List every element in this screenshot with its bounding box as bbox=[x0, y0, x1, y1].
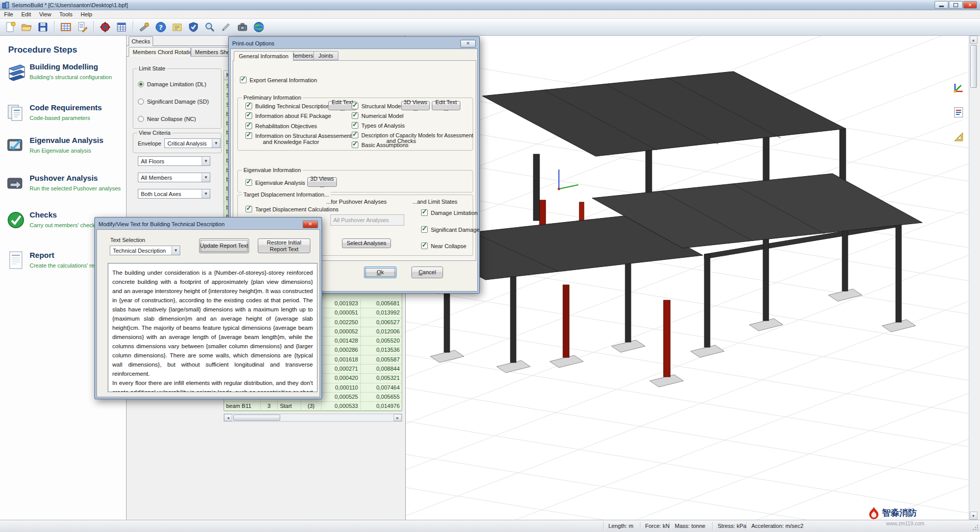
table-horizontal-scrollbar[interactable]: ◄ ► bbox=[224, 414, 402, 422]
ok-button[interactable]: Ok bbox=[364, 267, 397, 278]
radio-near-collapse[interactable]: Near Collapse (NC) bbox=[138, 116, 196, 122]
floors-combo[interactable]: All Floors ▼ bbox=[138, 156, 210, 166]
status-acceleration: Acceleration: m/sec2 bbox=[751, 523, 803, 529]
significant-damage-checkbox[interactable]: ✓Significant Damage bbox=[421, 226, 479, 233]
eigenvalue-3d-views-button[interactable]: 3D Views ... bbox=[307, 177, 337, 187]
dialog-title: Modify/View Text for Building Technical … bbox=[99, 221, 225, 227]
snapshot-button[interactable] bbox=[235, 20, 250, 34]
output-list-button[interactable] bbox=[951, 105, 966, 119]
scroll-down-icon[interactable]: ▼ bbox=[970, 512, 977, 520]
damage-limitation-checkbox[interactable]: ✓Damage Limitation bbox=[421, 209, 478, 216]
open-file-button[interactable] bbox=[19, 20, 34, 34]
edit-text-button-2[interactable]: Edit Text ... bbox=[432, 101, 460, 110]
radio-damage-limitation[interactable]: Damage Limitation (DL) bbox=[138, 81, 206, 87]
model-3d-view[interactable] bbox=[406, 36, 969, 520]
building-modeller-button[interactable] bbox=[59, 20, 73, 34]
scroll-up-icon[interactable]: ▲ bbox=[970, 36, 977, 44]
scroll-thumb[interactable] bbox=[233, 415, 280, 421]
cancel-button[interactable]: Cancel bbox=[411, 267, 443, 278]
basic-assumptions-checkbox[interactable]: ✓Basic Assumptions bbox=[352, 141, 408, 148]
output-list-icon bbox=[952, 106, 965, 118]
cell-capacity: 0,005520 bbox=[361, 336, 402, 345]
table-row[interactable]: beam B113Start(3)0,0005330,014976 bbox=[224, 402, 402, 411]
rehabilitation-objectives-checkbox[interactable]: ✓Rehabilitation Objectives bbox=[246, 123, 317, 129]
cell-capacity: 0,014976 bbox=[361, 402, 402, 410]
export-general-checkbox[interactable]: ✓Export General Information bbox=[240, 77, 317, 83]
update-report-text-button[interactable]: Update Report Text bbox=[199, 238, 249, 253]
eigenvalue-analysis-icon bbox=[5, 135, 27, 156]
minimize-button[interactable] bbox=[935, 1, 948, 9]
building-technical-description-checkbox[interactable]: ✓Building Technical Description bbox=[246, 103, 330, 109]
menu-help[interactable]: Help bbox=[77, 11, 96, 18]
sidebar-item-code-requirements[interactable]: Code Requirements Code-based parameters bbox=[0, 102, 127, 132]
dialog-titlebar[interactable]: Modify/View Text for Building Technical … bbox=[96, 219, 320, 229]
status-mass: Mass: tonne bbox=[675, 523, 705, 529]
structural-model-checkbox[interactable]: ✓Structural Model bbox=[352, 103, 402, 109]
titlebar[interactable]: SeismoBuild * [C:\Users\santon\Desktop\1… bbox=[0, 0, 980, 10]
notes-button[interactable] bbox=[170, 20, 184, 34]
eigenvalue-analysis-checkbox[interactable]: ✓Eigenvalue Analysis bbox=[246, 179, 305, 186]
maximize-button[interactable] bbox=[949, 1, 963, 9]
menu-tools[interactable]: Tools bbox=[55, 11, 77, 18]
menu-edit[interactable]: Edit bbox=[17, 11, 35, 18]
zoom-button[interactable] bbox=[203, 20, 217, 34]
code-requirements-button[interactable] bbox=[75, 20, 89, 34]
cell-demand: 0,001428 bbox=[322, 336, 361, 345]
view-vertical-scrollbar[interactable]: ▲ ▼ bbox=[969, 36, 977, 520]
near-collapse-checkbox[interactable]: ✓Near Collapse bbox=[421, 243, 467, 249]
web-button[interactable] bbox=[252, 20, 266, 34]
tab-checks[interactable]: Checks bbox=[129, 36, 153, 46]
status-force: Force: kN bbox=[645, 523, 670, 529]
axes-combo[interactable]: Both Local Axes ▼ bbox=[138, 189, 210, 199]
text-selection-combo[interactable]: Technical Description ▼ bbox=[110, 246, 180, 255]
result-tables-button[interactable] bbox=[114, 20, 129, 34]
report-text-area[interactable]: The building under consideration is a {N… bbox=[108, 263, 317, 392]
sidebar-item-label: Checks bbox=[30, 210, 57, 219]
fe-package-checkbox[interactable]: ✓Information about FE Package bbox=[246, 112, 331, 119]
members-combo[interactable]: All Members ▼ bbox=[138, 173, 210, 182]
save-button[interactable] bbox=[36, 20, 50, 34]
sidebar-item-eigenvalue-analysis[interactable]: Eigenvalue Analysis Run Eigenvalue analy… bbox=[0, 135, 127, 164]
dialog-close-button[interactable]: ✕ bbox=[303, 221, 318, 228]
tools-button[interactable] bbox=[137, 20, 152, 34]
combo-value: Technical Description bbox=[110, 248, 172, 254]
analysis-combo[interactable]: Critical Analysis ▼ bbox=[164, 138, 220, 148]
close-button[interactable]: ✕ bbox=[963, 1, 977, 9]
scroll-left-icon[interactable]: ◄ bbox=[224, 414, 232, 421]
run-analysis-button[interactable] bbox=[98, 20, 112, 34]
help-button[interactable]: ? bbox=[154, 20, 168, 34]
measure-button[interactable] bbox=[951, 130, 966, 144]
check-mark: ✓ bbox=[422, 241, 427, 249]
dialog-close-button[interactable]: ✕ bbox=[460, 40, 476, 47]
pushover-analyses-field[interactable]: All Pushover Analyses bbox=[330, 214, 404, 226]
checkbox-label: Target Displacement Calculations bbox=[255, 206, 338, 212]
tab-joints[interactable]: Joints bbox=[313, 51, 338, 60]
close-icon: ✕ bbox=[466, 41, 470, 46]
tab-members-chord-rotations[interactable]: Members Chord Rotations bbox=[129, 47, 191, 57]
target-displacement-checkbox[interactable]: ✓Target Displacement Calculations bbox=[246, 206, 338, 212]
numerical-model-checkbox[interactable]: ✓Numerical Model bbox=[352, 112, 404, 119]
scroll-thumb[interactable] bbox=[970, 45, 977, 88]
edit-button[interactable] bbox=[219, 20, 233, 34]
types-of-analysis-checkbox[interactable]: ✓Types of Analysis bbox=[352, 122, 405, 129]
menu-view[interactable]: View bbox=[35, 11, 56, 18]
3d-views-button[interactable]: 3D Views ... bbox=[401, 101, 430, 110]
restore-initial-report-text-button[interactable]: Restore Initial Report Text bbox=[258, 238, 310, 253]
select-analyses-button[interactable]: Select Analyses bbox=[342, 238, 391, 248]
structural-assessment-checkbox[interactable]: ✓Information on Structural Assessement bbox=[246, 132, 352, 139]
building-modelling-icon bbox=[5, 61, 27, 83]
cell-demand: 0,000052 bbox=[322, 327, 361, 336]
resize-grip[interactable] bbox=[972, 524, 978, 530]
button-label: Ok bbox=[377, 269, 384, 276]
orientation-button[interactable] bbox=[951, 81, 966, 95]
sidebar-item-building-modelling[interactable]: Building Modelling Building's structural… bbox=[0, 61, 127, 91]
verify-checks-button[interactable] bbox=[186, 20, 201, 34]
radio-significant-damage[interactable]: Significant Damage (SD) bbox=[138, 99, 209, 105]
tab-general-information[interactable]: General Information bbox=[234, 51, 293, 61]
dialog-titlebar[interactable]: Print-out Options ✕ bbox=[230, 38, 478, 49]
menu-file[interactable]: File bbox=[0, 11, 17, 18]
sidebar-item-pushover-analysis[interactable]: Pushover Analysis Run the selected Pusho… bbox=[0, 173, 127, 202]
scroll-right-icon[interactable]: ► bbox=[394, 414, 402, 421]
new-file-button[interactable] bbox=[3, 20, 17, 34]
checkbox-icon: ✓ bbox=[352, 132, 358, 138]
